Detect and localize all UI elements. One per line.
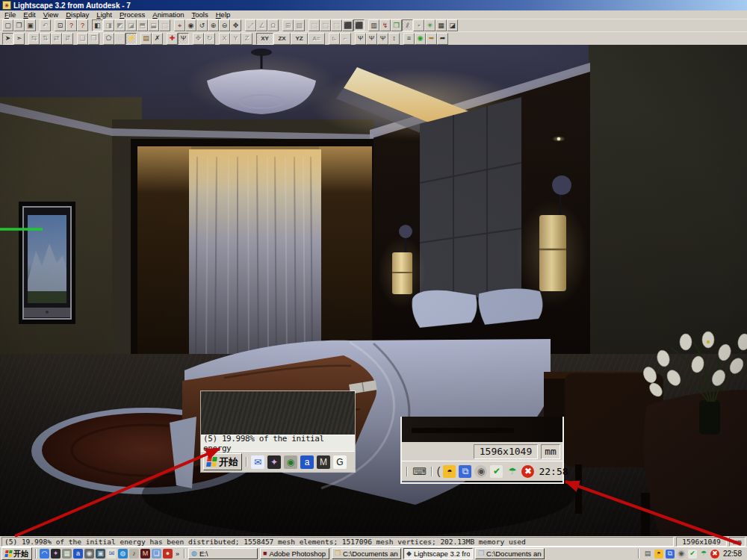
outlook-icon[interactable]: ✉ [251,455,264,469]
rotate-tool-button[interactable]: ↻ [204,33,215,45]
select-button[interactable]: ➤ [2,33,13,45]
keyboard-icon[interactable]: ⌨ [412,467,427,476]
photoshop-icon[interactable]: ✦ [267,455,281,469]
task-e-drive[interactable]: ◍E:\ [188,548,258,559]
selection-delete-button[interactable]: ✗ [152,33,163,45]
view-textured-button[interactable]: ⬒ [137,19,148,31]
open-button[interactable]: ❐ [13,19,25,31]
blank-tool-button[interactable]: ▪ [413,19,424,31]
camera-ql-icon[interactable]: ◉ [84,549,94,559]
dolly-tool-button[interactable]: ⇄ [51,33,62,45]
flashget-ql-icon[interactable]: a [73,549,83,559]
fly-tool-button[interactable]: Ψ [377,33,388,45]
plane-yz-button[interactable]: YZ [291,33,308,45]
antivirus-tray2-icon[interactable]: ✔ [688,550,697,559]
plane-xy-button[interactable]: XY [256,33,273,45]
zoom-extents-button[interactable]: ⤢ [245,19,256,31]
messenger-icon[interactable]: ◠ [40,549,49,559]
add-light-button[interactable]: ✚ [167,33,178,45]
mail-ql-icon[interactable]: ✉ [107,549,117,559]
tilt-tool-button[interactable]: ⇵ [62,33,73,45]
material-tool-button[interactable]: ◪ [447,19,458,31]
texture-tool-button[interactable]: ▦ [436,19,447,31]
view-outline-button[interactable]: ◪ [125,19,137,31]
view-hidden-line-button[interactable]: ◩ [114,19,125,31]
angle-snap-button[interactable]: ⊾ [329,33,340,45]
layers-button[interactable]: ≡ [403,33,415,45]
view-angle-button[interactable]: ∠ [256,19,267,31]
view-wireframe-button[interactable]: ◨ [103,19,114,31]
qq-tray2-icon[interactable]: ◓ [654,550,663,559]
export-tool-button[interactable]: ➥ [426,33,437,45]
game-icon[interactable]: G [333,455,347,469]
photoshop-ql-icon[interactable]: ✦ [51,549,61,559]
ortho-snap-button[interactable]: ⌐ [340,33,351,45]
radiosity-start-button[interactable]: ◉ [415,33,426,45]
title-bar[interactable]: ☀ Lightscape 3.2 from Autodesk - 7 [0,0,747,10]
page-next-button[interactable]: ❐ [88,33,99,45]
zoom-in-button[interactable]: ⊕ [208,19,219,31]
surface-select-button[interactable]: ⬠ [103,33,114,45]
save-button[interactable]: ▣ [25,19,36,31]
lasso-button[interactable]: Ω [267,19,279,31]
sketch-pencils-button[interactable]: ⫽ [402,19,413,31]
menu-edit[interactable]: Edit [19,10,39,19]
context-help-button[interactable]: ? [77,19,88,31]
view-mesh-button[interactable]: ⬚ [159,19,170,31]
run-tool-button[interactable]: Ψ [366,33,377,45]
menu-display[interactable]: Display [62,10,93,19]
viewer-ql-icon[interactable]: ▣ [96,549,105,559]
task-lightscape[interactable]: ◆Lightscape 3.2 from... [403,548,473,559]
help-button[interactable]: ? [66,19,77,31]
table-edit-button[interactable]: ▤ [140,33,152,45]
axis-y-button[interactable]: Y [230,33,241,45]
plug-luminaire-button[interactable]: ↯ [379,19,391,31]
cube-wire-2-button[interactable]: ⬚ [320,19,331,31]
menu-view[interactable]: View [40,10,62,19]
select-object-button[interactable]: ➣ [13,33,25,45]
task-documents-1[interactable]: ❒C:\Documents and Se... [332,548,401,559]
eye-height-button[interactable]: ↕ [388,33,400,45]
axis-x-button[interactable]: X [219,33,230,45]
notes-ql-icon[interactable]: ❏ [152,549,161,559]
view-shadowed-button[interactable]: ⬓ [148,19,159,31]
snapshot-tool-button[interactable]: ➦ [437,33,448,45]
media-ql-icon[interactable]: ♪ [129,549,139,559]
menu-process[interactable]: Process [116,10,149,19]
pan-button[interactable]: ✥ [230,19,241,31]
shield-tray2-icon[interactable]: ✖ [710,550,719,559]
print-button[interactable]: ⊡ [55,19,66,31]
zoom-window-button[interactable]: ⊞ [282,19,294,31]
entity-modify-button[interactable]: ⚡ [125,33,137,45]
axis-z-button[interactable]: Z [241,33,252,45]
cube-wire-3-button[interactable]: ⬚ [331,19,342,31]
umbrella-tray2-icon[interactable]: ☂ [699,550,708,559]
volume-tray-icon[interactable]: ◉ [474,465,487,478]
menu-help[interactable]: Help [212,10,235,19]
pan-tool-button[interactable]: ⇅ [40,33,51,45]
plane-abs-button[interactable]: A= [308,33,325,45]
move-tool-button[interactable]: ✥ [193,33,204,45]
network-tray-icon[interactable]: ⧉ [459,465,471,478]
page-prev-button[interactable]: ❏ [77,33,88,45]
qq-ql-icon[interactable]: ● [163,549,173,559]
bounding-box-button[interactable]: ❒ [391,19,402,31]
cube-shaded-button[interactable]: ⬛ [353,19,365,31]
file-info-button[interactable]: ▥ [368,19,379,31]
menu-tools[interactable]: Tools [188,10,212,19]
volume-tray2-icon[interactable]: ◉ [677,550,686,559]
add-people-button[interactable]: Ψ [178,33,189,45]
view-solid-button[interactable]: ◧ [92,19,103,31]
camera-eye-button[interactable]: ◉ [185,19,196,31]
process-wheel-button[interactable]: ✳ [424,19,436,31]
quicklaunch-overflow-chevron[interactable]: » [174,550,181,558]
antivirus-tray-icon[interactable]: ✔ [490,465,503,478]
walk-tool-button[interactable]: Ψ [355,33,366,45]
inset-start-button[interactable]: 开始 [203,453,242,470]
network-tray2-icon[interactable]: ⧉ [666,550,675,559]
undo-button[interactable]: ↶ [40,19,51,31]
globe-ql-icon[interactable]: ◍ [118,549,128,559]
winamp-ql-icon[interactable]: M [140,549,150,559]
task-documents-2[interactable]: ❒C:\Documents and Se... [475,548,545,559]
cube-solid-button[interactable]: ⬛ [342,19,353,31]
